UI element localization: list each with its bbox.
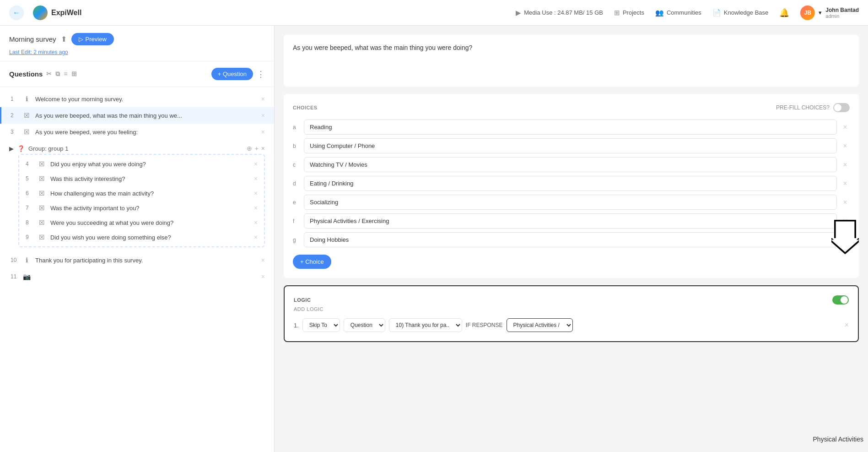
choice-row-g: g × <box>293 232 850 247</box>
checkbox-icon: ☒ <box>38 204 46 212</box>
remove-question-button[interactable]: × <box>261 95 265 103</box>
preview-button[interactable]: ▷ Preview <box>71 33 114 45</box>
logic-rule-number: 1. <box>294 322 299 329</box>
prefill-label: PRE-FILL CHOICES? <box>776 103 850 112</box>
question-textarea[interactable]: As you were beeped, what was the main th… <box>293 44 850 76</box>
question-number: 9 <box>26 234 33 240</box>
choice-input-a[interactable] <box>304 120 837 135</box>
group-item[interactable]: ▶ ❓ Group: group 1 ⊕ + × 4 ☒ Did you enj… <box>0 140 274 252</box>
projects-nav-item[interactable]: ⊞ Projects <box>614 9 644 17</box>
question-item-11[interactable]: 11 📷 × <box>0 268 274 285</box>
add-question-button[interactable]: + Question <box>211 68 253 80</box>
remove-question-button[interactable]: × <box>261 256 265 264</box>
remove-question-button[interactable]: × <box>261 112 265 119</box>
remove-question-button[interactable]: × <box>254 175 258 182</box>
choice-row-e: e × <box>293 195 850 210</box>
remove-logic-button[interactable]: × <box>845 321 849 329</box>
back-button[interactable]: ← <box>9 5 24 20</box>
logo-icon <box>33 5 48 20</box>
choice-input-d[interactable] <box>304 176 837 191</box>
question-number: 6 <box>26 190 33 196</box>
group-child-6[interactable]: 6 ☒ How challenging was the main activit… <box>19 186 264 201</box>
group-child-8[interactable]: 8 ☒ Were you succeeding at what you were… <box>19 215 264 230</box>
question-text: As you were beeped, what was the main th… <box>35 112 257 119</box>
choice-input-b[interactable] <box>304 138 837 153</box>
checkbox-icon: ☒ <box>38 219 46 226</box>
question-item-3[interactable]: 3 ☒ As you were beeped, were you feeling… <box>0 124 274 140</box>
user-menu[interactable]: JB ▾ John Bantad admin <box>800 5 859 20</box>
choice-letter: a <box>293 124 300 131</box>
group-settings-icon[interactable]: ⊕ <box>247 145 252 152</box>
expand-icon: ▶ <box>9 145 14 152</box>
remove-choice-button[interactable]: × <box>841 161 850 169</box>
add-choice-button[interactable]: + Choice <box>293 255 331 269</box>
remove-question-button[interactable]: × <box>261 273 265 280</box>
remove-choice-button[interactable]: × <box>841 198 850 207</box>
group-child-9[interactable]: 9 ☒ Did you wish you were doing somethin… <box>19 230 264 245</box>
layout-icon[interactable]: ⊞ <box>71 70 77 78</box>
scissors-icon[interactable]: ✂ <box>46 70 52 78</box>
question-item-1[interactable]: 1 ℹ Welcome to your morning survey. × <box>0 91 274 107</box>
remove-question-button[interactable]: × <box>254 160 258 168</box>
destination-select[interactable]: 10) Thank you for pa.. <box>389 318 462 332</box>
list-icon[interactable]: ≡ <box>64 70 67 78</box>
copy-icon[interactable]: ⧉ <box>55 70 60 78</box>
choice-input-f[interactable] <box>304 213 837 229</box>
questions-header: Questions ✂ ⧉ ≡ ⊞ + Question ⋮ <box>0 61 274 87</box>
response-value-select[interactable]: Physical Activities / <box>507 318 573 332</box>
knowledge-base-nav-item[interactable]: 📄 Knowledge Base <box>712 9 769 17</box>
choice-letter: e <box>293 199 300 206</box>
group-icon: ❓ <box>17 145 25 152</box>
prefill-toggle[interactable] <box>833 103 850 112</box>
left-panel: Morning survey ⬆ ▷ Preview Last Edit: 2 … <box>0 26 275 452</box>
info-icon: ℹ <box>22 95 31 103</box>
question-number: 1 <box>11 96 18 102</box>
remove-question-button[interactable]: × <box>261 128 265 136</box>
remove-question-button[interactable]: × <box>254 204 258 212</box>
questions-title: Questions ✂ ⧉ ≡ ⊞ <box>9 70 211 78</box>
group-actions: ⊕ + × <box>247 145 265 152</box>
preview-icon: ▷ <box>79 36 83 43</box>
remove-question-button[interactable]: × <box>254 219 258 226</box>
remove-choice-button[interactable]: × <box>841 236 850 244</box>
choice-row-a: a × <box>293 120 850 135</box>
question-number: 5 <box>26 175 33 182</box>
question-item-10[interactable]: 10 ℹ Thank you for participating in this… <box>0 252 274 268</box>
communities-nav-item[interactable]: 👥 Communities <box>655 9 701 17</box>
question-text: Were you succeeding at what you were doi… <box>50 219 249 226</box>
remove-question-button[interactable]: × <box>254 234 258 241</box>
media-use-nav-item[interactable]: ▶ Media Use : 24.87 MB/ 15 GB <box>516 9 603 17</box>
question-select[interactable]: Question <box>344 318 385 332</box>
group-child-4[interactable]: 4 ☒ Did you enjoy what you were doing? × <box>19 157 264 171</box>
remove-choice-button[interactable]: × <box>841 123 850 131</box>
upload-icon[interactable]: ⬆ <box>61 35 67 44</box>
choice-input-g[interactable] <box>304 232 837 247</box>
group-add-icon[interactable]: + <box>255 145 259 152</box>
question-text: Was this activity interesting? <box>50 175 249 182</box>
skip-to-select[interactable]: Skip To <box>302 318 340 332</box>
notifications-bell[interactable]: 🔔 <box>779 8 789 18</box>
choice-input-c[interactable] <box>304 157 837 172</box>
last-edit[interactable]: Last Edit: 2 minutes ago <box>9 49 265 55</box>
group-close-icon[interactable]: × <box>261 145 265 152</box>
group-child-5[interactable]: 5 ☒ Was this activity interesting? × <box>19 171 264 186</box>
remove-choice-button[interactable]: × <box>841 142 850 150</box>
left-header: Morning survey ⬆ ▷ Preview Last Edit: 2 … <box>0 26 274 61</box>
checkbox-icon: ☒ <box>38 234 46 241</box>
question-text: How challenging was the main activity? <box>50 190 249 197</box>
question-item-2[interactable]: 2 ☒ As you were beeped, what was the mai… <box>0 107 274 124</box>
remove-choice-button[interactable]: × <box>841 180 850 188</box>
remove-question-button[interactable]: × <box>254 190 258 197</box>
choices-section: CHOICES PRE-FILL CHOICES? a × b × c <box>284 94 859 278</box>
more-options-button[interactable]: ⋮ <box>257 69 265 79</box>
survey-title-row: Morning survey ⬆ ▷ Preview <box>9 33 265 45</box>
knowledge-base-icon: 📄 <box>712 9 721 17</box>
choice-input-e[interactable] <box>304 195 837 210</box>
choice-row-b: b × <box>293 138 850 153</box>
logic-header: LOGIC <box>294 295 849 305</box>
remove-choice-button[interactable]: × <box>841 217 850 225</box>
logic-toggle[interactable] <box>832 295 849 305</box>
if-response-label: IF RESPONSE <box>466 322 503 328</box>
logo: ExpiWell <box>33 5 81 20</box>
group-child-7[interactable]: 7 ☒ Was the activity important to you? × <box>19 201 264 215</box>
